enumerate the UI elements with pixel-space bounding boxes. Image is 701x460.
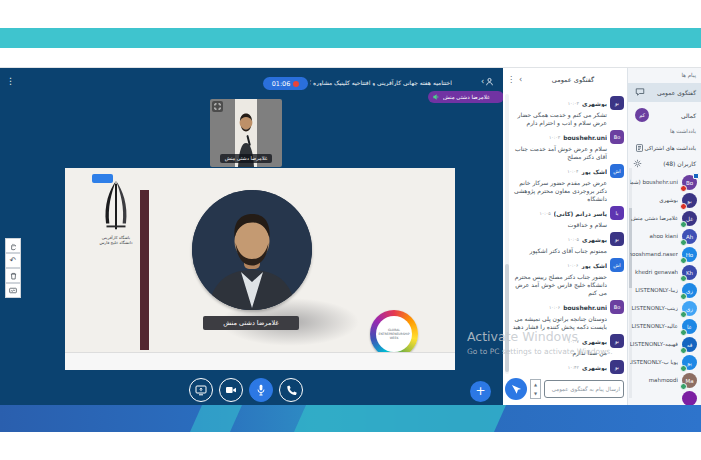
mic-on-badge-icon xyxy=(680,221,687,228)
webcam-fullscreen-icon[interactable] xyxy=(212,101,223,112)
user-list-item[interactable]: زی زیبا-LISTENONLY xyxy=(628,282,701,300)
gew-logo: GLOBAL ENTREPRENEURSHIP WEEK xyxy=(370,310,418,358)
browser-tab-bar: Adak Academy Online Platf ✕ پایگاه خبری … xyxy=(0,28,701,48)
send-message-button[interactable] xyxy=(505,378,527,400)
listen-badge-icon xyxy=(680,347,687,354)
chat-header: ⋮ ‹ گفتگوی عمومی xyxy=(503,68,627,92)
sidebar-item-label: کمالی xyxy=(681,112,696,119)
avatar: زی xyxy=(682,283,697,298)
scroll-down-icon[interactable]: ▼ xyxy=(534,391,537,396)
webcam-video-tile[interactable]: غلامرضا دشتی منش xyxy=(210,99,282,167)
chat-back-icon[interactable]: ‹ xyxy=(519,75,522,84)
avatar: Bo xyxy=(682,175,697,190)
chat-message: اشاشک پور۱۰:۰۶ حضور جناب دکتر مصلح رییس … xyxy=(512,258,624,297)
avatar: Ah xyxy=(682,229,697,244)
multi-user-whiteboard-button[interactable] xyxy=(5,283,21,298)
speaker-portrait xyxy=(192,190,312,310)
user-list-item[interactable]: غل غلامرضا دشتی منش xyxy=(628,210,701,228)
chat-message-input[interactable]: ارسال پیام به گفتگوی عمومی xyxy=(544,380,624,398)
notes-section-header: یادداشت ها xyxy=(670,128,696,134)
whiteboard-hand-tool-button[interactable] xyxy=(5,238,21,253)
app-options-icon[interactable]: ⋮ xyxy=(6,76,15,86)
presenter-badge-icon xyxy=(693,173,699,179)
clear-annotations-button[interactable] xyxy=(5,268,21,283)
avatar: غل xyxy=(682,211,697,226)
taskbar-decor xyxy=(294,405,506,432)
person-icon xyxy=(485,77,494,86)
user-list-item[interactable]: عا عالیه-LISTENONLY xyxy=(628,318,701,336)
taskbar-decor xyxy=(190,405,242,432)
avatar: اش xyxy=(610,164,624,178)
avatar: Bo xyxy=(610,300,624,314)
user-list-item[interactable]: Ho hooshmand.naser xyxy=(628,246,701,264)
chat-message: یایاسر درانم (کانی)۱۰:۰۵ سلام و خداقوت xyxy=(512,206,624,229)
chat-message: بوبوشهری۱۰:۴۲ تشکر بسیار زیبا بود ممنون xyxy=(512,360,624,374)
avatar xyxy=(682,391,697,406)
messages-section-header: پیام ها xyxy=(681,72,696,78)
user-list-item[interactable]: Kh khedri genavah xyxy=(628,264,701,282)
undo-button[interactable]: ↶ xyxy=(5,253,21,268)
listen-badge-icon xyxy=(680,275,687,282)
listen-badge-icon xyxy=(680,365,687,372)
chat-options-icon[interactable]: ⋮ xyxy=(507,75,515,84)
sidebar-item-shared-notes[interactable]: یادداشت های اشتراکی xyxy=(628,139,701,158)
avatar: بو xyxy=(610,334,624,348)
avatar: فه xyxy=(682,337,697,352)
talking-indicator[interactable]: غلامرضا دشتی منش xyxy=(428,91,504,103)
user-list-item[interactable]: زی زینب-LISTENONLY xyxy=(628,300,701,318)
avatar: Ma xyxy=(682,373,697,388)
listen-badge-icon xyxy=(680,293,687,300)
minimize-panel-button[interactable]: ‹ xyxy=(481,77,494,86)
speaker-icon xyxy=(432,93,440,101)
chat-title: گفتگوی عمومی xyxy=(527,76,619,84)
avatar: پو xyxy=(682,355,697,370)
scroll-up-icon[interactable]: ▲ xyxy=(534,382,537,387)
windows-taskbar: X ↓ P ∧ ENG 07:33 ب.ظ ۱۴۰۰/۹/۲۵ xyxy=(0,405,701,432)
user-list-item[interactable]: بو بوشهری xyxy=(628,192,701,210)
activate-windows-watermark: Activate Windows xyxy=(467,329,578,344)
user-list-item[interactable]: Ma mahmoodi xyxy=(628,372,701,390)
notes-icon xyxy=(635,143,644,153)
meeting-title: اختتامیه هفته جهانی کارآفرینی و افتتاحیه… xyxy=(310,79,452,86)
avatar: اش xyxy=(610,258,624,272)
user-list-item[interactable]: پو پویا ب-LISTENONLY xyxy=(628,354,701,372)
user-list-item[interactable]: فه فهیمه-LISTENONLY xyxy=(628,336,701,354)
audio-off-badge-icon xyxy=(680,203,687,210)
listen-badge-icon xyxy=(680,239,687,246)
webcam-button[interactable] xyxy=(219,378,243,402)
chat-bubble-icon xyxy=(635,87,645,97)
user-list-item[interactable]: Bo boushehr.uni (شما) xyxy=(628,174,701,192)
microphone-button[interactable] xyxy=(249,378,273,402)
leave-audio-button[interactable] xyxy=(279,378,303,402)
sidebar-nav-panel: پیام ها گفتگوی عمومی کم کمالی یادداشت ها… xyxy=(627,68,701,405)
chat-message: بوبوشهری۱۰:۰۵ ممنونم جناب آقای دکتر اشکپ… xyxy=(512,232,624,255)
listen-badge-icon xyxy=(680,383,687,390)
recording-time: 01:06 xyxy=(272,80,291,88)
audio-off-badge-icon xyxy=(680,185,687,192)
avatar: Kh xyxy=(682,265,697,280)
sidebar-item-public-chat[interactable]: گفتگوی عمومی xyxy=(628,83,701,102)
chat-message: بوبوشهری۱۰:۰۳ تشکر می کنم و خدمت همگی حض… xyxy=(512,96,624,127)
listen-badge-icon xyxy=(680,311,687,318)
quill-logo xyxy=(97,179,135,233)
chat-message: Boboushehr.uni۱۰:۰۶ دوستان چنانچه براتون… xyxy=(512,300,624,331)
screenshot-root: Adak Academy Online Platf ✕ پایگاه خبری … xyxy=(0,0,701,460)
screenshare-button[interactable] xyxy=(189,378,213,402)
chat-scroll-stepper[interactable]: ▲ ▼ xyxy=(530,379,541,399)
user-list-item[interactable]: Ah ahoo kiani xyxy=(628,228,701,246)
presentation-area[interactable]: باشگاه کارآفرینی دانشگاه خلیج فارس غلامر… xyxy=(65,168,455,370)
recording-dot-icon xyxy=(293,81,299,87)
presentation-toolbar: ↔ ⊕ ⊖ ‹ ∨ اسلاید 16 › xyxy=(65,352,455,370)
slide-name-caption: غلامرضا دشتی منش xyxy=(203,316,299,330)
sidebar-item-label: گفتگوی عمومی xyxy=(657,89,696,96)
listen-badge-icon xyxy=(680,257,687,264)
avatar: عا xyxy=(682,319,697,334)
avatar: Ho xyxy=(682,247,697,262)
recording-badge[interactable]: 01:06 xyxy=(263,77,308,90)
avatar: زی xyxy=(682,301,697,316)
avatar: یا xyxy=(610,206,624,220)
browser-address-bar: ← → ↻ adaklms.ir/html5client/join?sessio… xyxy=(0,48,701,68)
actions-plus-button[interactable]: + xyxy=(470,381,491,402)
manage-users-gear-icon[interactable] xyxy=(633,159,642,168)
sidebar-item-private-chat[interactable]: کم کمالی xyxy=(628,106,701,125)
